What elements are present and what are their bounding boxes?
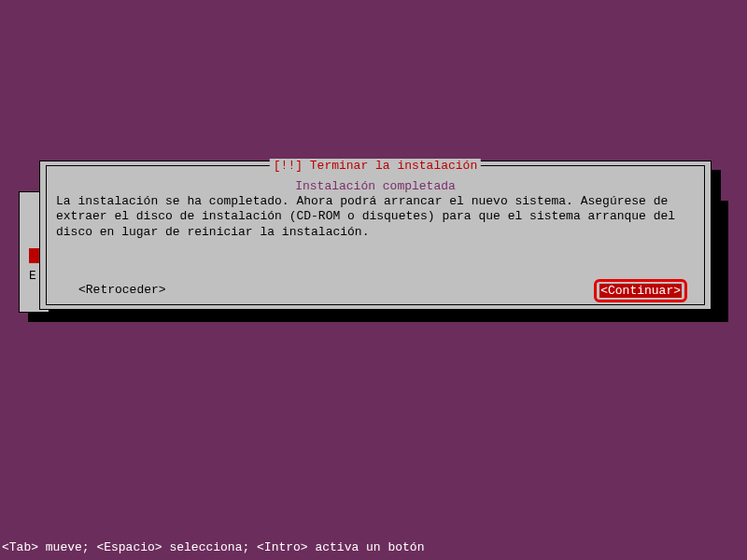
dialog-subtitle: Instalación completada xyxy=(47,179,704,193)
foreground-dialog: [!!] Terminar la instalación Instalación… xyxy=(39,161,712,310)
back-button[interactable]: <Retroceder> xyxy=(78,283,166,297)
status-bar: <Tab> mueve; <Espacio> selecciona; <Intr… xyxy=(0,540,424,554)
background-dialog-partial-text: E xyxy=(29,269,36,283)
dialog-title: [!!] Terminar la instalación xyxy=(270,159,481,173)
dialog-border: [!!] Terminar la instalación Instalación… xyxy=(46,165,705,305)
continue-button[interactable]: <Continuar> xyxy=(599,284,682,298)
continue-button-highlight: <Continuar> xyxy=(594,279,687,302)
dialog-body-text: La instalación se ha completado. Ahora p… xyxy=(56,194,695,240)
